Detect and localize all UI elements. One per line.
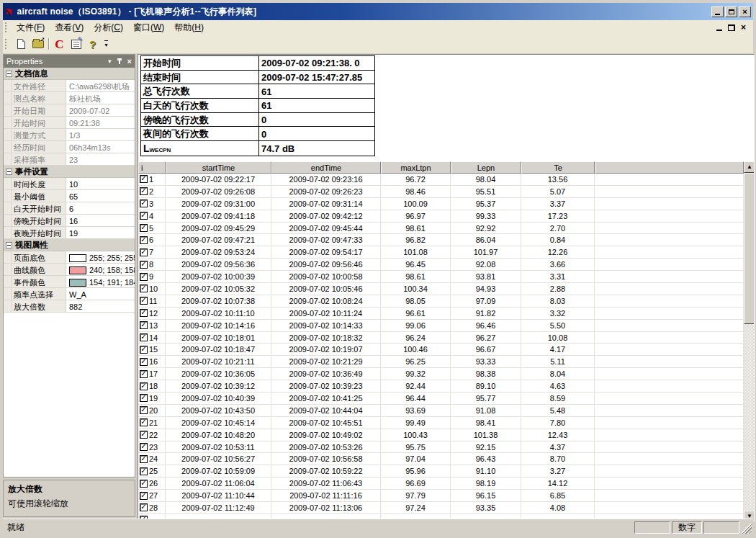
new-document-button[interactable] bbox=[13, 36, 30, 52]
table-row[interactable]: 282009-07-02 11:12:492009-07-02 11:13:06… bbox=[138, 502, 744, 514]
menu-item-file[interactable]: 文件(F) bbox=[12, 21, 50, 34]
event-checkbox[interactable] bbox=[140, 333, 148, 341]
mdi-close-button[interactable]: × bbox=[741, 23, 746, 32]
property-section-header[interactable]: 事件设置 bbox=[4, 166, 135, 178]
properties-panel-header[interactable]: Properties ▾ × bbox=[4, 55, 135, 68]
property-value[interactable]: 6 bbox=[66, 202, 135, 215]
table-row[interactable]: 142009-07-02 10:18:012009-07-02 10:18:32… bbox=[138, 332, 744, 344]
property-value[interactable]: 154; 191; 184 bbox=[66, 276, 135, 288]
scroll-up-button[interactable]: ▲ bbox=[744, 161, 755, 173]
column-header-filler[interactable] bbox=[595, 161, 744, 174]
pin-icon[interactable] bbox=[117, 58, 122, 65]
event-checkbox[interactable] bbox=[140, 394, 148, 402]
table-row[interactable]: 72009-07-02 09:53:242009-07-02 09:54:171… bbox=[138, 246, 744, 259]
color-swatch[interactable] bbox=[69, 279, 86, 287]
column-header-endTime[interactable]: endTime bbox=[271, 161, 381, 174]
resize-grip[interactable] bbox=[742, 524, 752, 534]
column-header-Te[interactable]: Te bbox=[521, 161, 595, 174]
table-row[interactable]: 52009-07-02 09:45:292009-07-02 09:45:449… bbox=[138, 223, 744, 235]
event-checkbox[interactable] bbox=[140, 187, 148, 195]
open-file-button[interactable] bbox=[30, 36, 46, 52]
property-section-header[interactable]: 视图属性 bbox=[4, 239, 135, 251]
table-row[interactable]: 232009-07-02 10:53:112009-07-02 10:53:26… bbox=[138, 441, 744, 454]
table-row[interactable]: 212009-07-02 10:45:142009-07-02 10:45:51… bbox=[138, 417, 744, 429]
table-row[interactable]: 152009-07-02 10:18:472009-07-02 10:19:07… bbox=[138, 344, 744, 356]
table-row[interactable]: 62009-07-02 09:47:212009-07-02 09:47:339… bbox=[138, 234, 744, 246]
table-row[interactable]: 102009-07-02 10:05:322009-07-02 10:05:46… bbox=[138, 283, 744, 295]
property-value[interactable]: 19 bbox=[66, 227, 135, 239]
event-checkbox[interactable] bbox=[140, 297, 148, 305]
menubar-grip[interactable] bbox=[5, 22, 9, 32]
table-row[interactable]: 182009-07-02 10:39:122009-07-02 10:39:23… bbox=[138, 380, 744, 393]
table-row[interactable]: 32009-07-02 09:31:002009-07-02 09:31:141… bbox=[138, 198, 744, 210]
column-header-Lepn[interactable]: Lepn bbox=[451, 161, 521, 174]
event-checkbox[interactable] bbox=[140, 492, 148, 500]
toolbar-grip[interactable] bbox=[5, 39, 9, 49]
column-header-startTime[interactable]: startTime bbox=[166, 161, 271, 174]
property-value[interactable]: 16 bbox=[66, 215, 135, 227]
event-checkbox[interactable] bbox=[140, 175, 148, 183]
table-row[interactable]: 22009-07-02 09:26:082009-07-02 09:26:239… bbox=[138, 186, 744, 198]
table-row[interactable]: 242009-07-02 10:56:272009-07-02 10:56:58… bbox=[138, 453, 744, 465]
vertical-scrollbar[interactable]: ▲ ▼ bbox=[744, 161, 755, 521]
menu-item-analysis[interactable]: 分析(C) bbox=[89, 21, 128, 34]
properties-button[interactable] bbox=[68, 36, 84, 52]
event-checkbox[interactable] bbox=[140, 321, 148, 329]
table-row[interactable]: 262009-07-02 11:06:042009-07-02 11:06:43… bbox=[138, 478, 744, 490]
event-checkbox[interactable] bbox=[140, 467, 148, 475]
toolbar-overflow-button[interactable]: ▾ bbox=[102, 36, 110, 52]
event-checkbox[interactable] bbox=[140, 248, 148, 256]
event-checkbox[interactable] bbox=[140, 273, 148, 281]
table-row[interactable]: 122009-07-02 10:11:102009-07-02 10:11:24… bbox=[138, 308, 744, 320]
property-value[interactable]: 255; 255; 255 bbox=[66, 251, 135, 264]
table-row[interactable]: 272009-07-02 11:10:442009-07-02 11:11:16… bbox=[138, 490, 744, 502]
mdi-minimize-button[interactable] bbox=[716, 30, 722, 31]
mdi-restore-button[interactable] bbox=[728, 24, 735, 31]
event-checkbox[interactable] bbox=[140, 309, 148, 317]
event-checkbox[interactable] bbox=[140, 284, 148, 292]
event-checkbox[interactable] bbox=[140, 503, 148, 511]
event-checkbox[interactable] bbox=[140, 370, 148, 378]
collapse-minus-icon[interactable] bbox=[6, 169, 12, 175]
event-checkbox[interactable] bbox=[140, 431, 148, 439]
table-row[interactable]: 192009-07-02 10:40:392009-07-02 10:41:25… bbox=[138, 393, 744, 405]
table-row[interactable]: 12009-07-02 09:22:172009-07-02 09:23:169… bbox=[138, 174, 744, 186]
menu-item-view[interactable]: 查看(V) bbox=[50, 21, 89, 34]
table-row[interactable]: 252009-07-02 10:59:092009-07-02 10:59:22… bbox=[138, 465, 744, 478]
menu-item-help[interactable]: 帮助(H) bbox=[169, 21, 209, 34]
table-row[interactable]: 92009-07-02 10:00:392009-07-02 10:00:589… bbox=[138, 271, 744, 283]
event-checkbox[interactable] bbox=[140, 418, 148, 426]
table-row[interactable]: 162009-07-02 10:21:112009-07-02 10:21:29… bbox=[138, 356, 744, 368]
property-value[interactable]: 65 bbox=[66, 190, 135, 202]
collapse-minus-icon[interactable] bbox=[6, 71, 12, 77]
analysis-button[interactable]: C bbox=[51, 36, 68, 52]
menu-item-window[interactable]: 窗口(W) bbox=[128, 21, 169, 34]
color-swatch[interactable] bbox=[69, 266, 86, 274]
event-checkbox[interactable] bbox=[140, 224, 148, 232]
table-row[interactable]: 42009-07-02 09:41:182009-07-02 09:42:129… bbox=[138, 210, 744, 223]
table-row[interactable]: 222009-07-02 10:48:202009-07-02 10:49:02… bbox=[138, 429, 744, 441]
scrollbar-thumb[interactable] bbox=[744, 173, 755, 324]
property-value[interactable]: W_A bbox=[66, 288, 135, 300]
property-value[interactable]: 240; 158; 158 bbox=[66, 264, 135, 276]
close-button[interactable]: × bbox=[739, 6, 751, 17]
table-row[interactable]: 82009-07-02 09:56:362009-07-02 09:56:469… bbox=[138, 259, 744, 271]
collapse-minus-icon[interactable] bbox=[6, 242, 12, 248]
help-button[interactable]: ? bbox=[84, 36, 101, 52]
panel-menu-chevron-icon[interactable]: ▾ bbox=[108, 58, 112, 65]
event-checkbox[interactable] bbox=[140, 406, 148, 414]
color-swatch[interactable] bbox=[69, 254, 86, 262]
panel-close-icon[interactable]: × bbox=[127, 58, 132, 66]
table-row[interactable]: 132009-07-02 10:14:162009-07-02 10:14:33… bbox=[138, 320, 744, 332]
column-header-i[interactable]: i bbox=[138, 161, 166, 174]
event-checkbox[interactable] bbox=[140, 358, 148, 366]
event-checkbox[interactable] bbox=[140, 199, 148, 207]
property-section-header[interactable]: 文档信息 bbox=[4, 68, 135, 80]
scrollbar-track[interactable] bbox=[744, 173, 755, 511]
maximize-button[interactable] bbox=[725, 6, 737, 17]
event-checkbox[interactable] bbox=[140, 212, 148, 220]
event-checkbox[interactable] bbox=[140, 261, 148, 269]
property-value[interactable]: 10 bbox=[66, 178, 135, 190]
minimize-button[interactable] bbox=[711, 6, 724, 17]
event-checkbox[interactable] bbox=[140, 480, 148, 488]
